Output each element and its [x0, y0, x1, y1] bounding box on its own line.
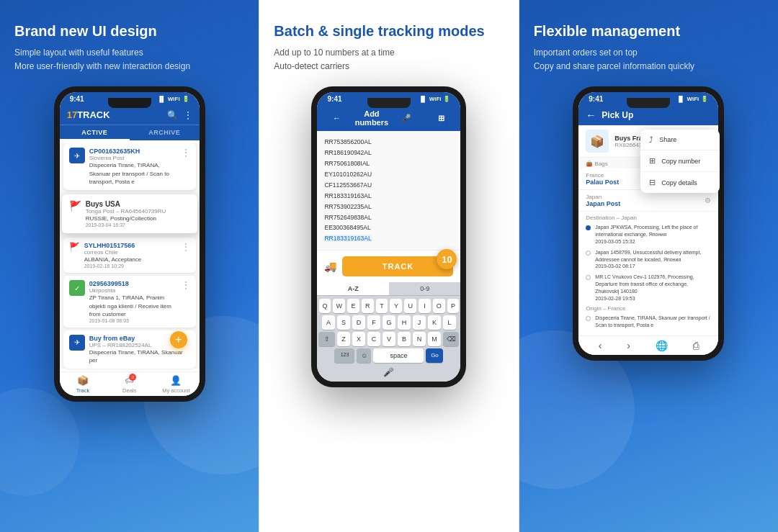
phone-1-screen: 9:41 ▐▌ WiFi 🔋 17TRACK 🔍 ⋮ ACTIV	[60, 92, 200, 396]
panel2-title: Batch & single tracking modes	[274, 22, 504, 40]
item-content-1: CP001632635KH Slovenia Post Dispeceria T…	[89, 148, 177, 186]
timeline-item-1: Japan JPKWSA, Processing, Left the place…	[586, 224, 711, 245]
menu-share[interactable]: ⤴ Share	[640, 130, 720, 150]
item-icon-1: ✈	[69, 148, 85, 163]
key-V[interactable]: V	[383, 332, 395, 346]
menu-copy-number[interactable]: ⊞ Copy number	[640, 150, 720, 172]
key-Q[interactable]: Q	[319, 299, 331, 313]
item-menu-icon-1[interactable]: ⋮	[182, 148, 190, 158]
key-go[interactable]: Go	[426, 348, 443, 363]
key-P[interactable]: P	[447, 299, 460, 313]
scan-icon[interactable]: ⊞	[429, 114, 453, 123]
key-Z[interactable]: Z	[337, 332, 350, 346]
mic-icon[interactable]: 🎤	[383, 367, 394, 377]
key-B[interactable]: B	[398, 332, 411, 346]
key-shift[interactable]: ⇧	[318, 332, 335, 346]
key-A[interactable]: A	[322, 315, 335, 330]
carrier-japan[interactable]: Japan Japan Post ⚙	[578, 190, 718, 212]
tab-archive[interactable]: ARCHIVE	[130, 125, 200, 140]
kb-tab-09[interactable]: 0-9	[389, 282, 461, 295]
key-T[interactable]: T	[376, 299, 388, 313]
tracking-item-5[interactable]: ✈ Buy from eBay UPS – RR188202524AL Disp…	[63, 330, 196, 369]
back-arrow-icon[interactable]: ←	[324, 114, 349, 122]
share-btn[interactable]: ⎙	[693, 340, 699, 351]
key-H[interactable]: H	[398, 315, 411, 330]
add-fab-button[interactable]: +	[170, 331, 187, 348]
key-R[interactable]: R	[362, 299, 374, 313]
tracking-item-1[interactable]: ✈ CP001632635KH Slovenia Post Dispeceria…	[63, 143, 196, 190]
kb-row-2: A S D F G H J K L	[318, 315, 459, 330]
translate-icon[interactable]: 🌐	[656, 340, 668, 351]
nav-forward-btn[interactable]: ›	[627, 340, 630, 351]
kb-tab-az[interactable]: A-Z	[317, 282, 389, 295]
bags-icon: 👜	[586, 161, 593, 167]
key-N[interactable]: N	[413, 332, 426, 346]
key-S[interactable]: S	[337, 315, 350, 330]
dot-3	[586, 275, 591, 280]
key-U[interactable]: U	[404, 299, 416, 313]
item-icon-4: ✓	[69, 280, 85, 296]
kb-row-3: ⇧ Z X C V B N M ⌫	[318, 332, 459, 346]
timeline-item-2: Japan 1458799, Unsuccessful delivery att…	[586, 249, 711, 270]
key-X[interactable]: X	[352, 332, 365, 346]
item-menu-icon-3[interactable]: ⋮	[182, 242, 190, 252]
account-icon: 👤	[170, 375, 182, 386]
highlighted-number: RR183319163AL	[324, 235, 371, 242]
nav-deals[interactable]: 🏷 2 Deals	[106, 375, 153, 394]
panel1-title: Brand new UI design	[14, 22, 244, 40]
key-D[interactable]: D	[352, 315, 365, 330]
mic-header-icon[interactable]: 🎤	[394, 114, 419, 123]
flag-icon-2: 🚩	[69, 200, 81, 212]
phone-1: 9:41 ▐▌ WiFi 🔋 17TRACK 🔍 ⋮ ACTIV	[54, 86, 205, 402]
key-F[interactable]: F	[367, 315, 380, 330]
key-K[interactable]: K	[428, 315, 441, 330]
panel2-subtitle: Add up to 10 numbers at a time Auto-dete…	[274, 46, 504, 73]
tab-active[interactable]: ACTIVE	[60, 125, 130, 140]
status-icons-1: ▐▌ WiFi 🔋	[158, 96, 189, 102]
tracking-item-3[interactable]: 🚩 SYLHH01517566 correos Chile ALBANIA, A…	[63, 238, 196, 273]
item-content-2: Buys USA Tonga Post – RA645640739RU RUSS…	[86, 200, 190, 227]
key-J[interactable]: J	[413, 315, 426, 330]
pickup-header: ← Pick Up	[578, 105, 718, 125]
count-badge: 10	[437, 249, 457, 269]
tracking-item-2-highlighted[interactable]: 🚩 Buys USA Tonga Post – RA645640739RU RU…	[62, 194, 197, 233]
key-emoji[interactable]: ☺	[357, 348, 371, 363]
key-C[interactable]: C	[367, 332, 380, 346]
panel-3: Flexible management Important orders set…	[519, 0, 778, 532]
nav-account[interactable]: 👤 My account	[153, 375, 200, 394]
carrier-france-info: France Palau Post	[586, 172, 619, 186]
key-E[interactable]: E	[347, 299, 359, 313]
phone-2-screen: 9:41 ▐▌ WiFi 🔋 ← Add numbers 🎤 ⊞ RR75385…	[317, 92, 460, 382]
flag-icon-3: 🚩	[69, 242, 80, 252]
track-icon: 📦	[77, 375, 89, 386]
numbers-input-area[interactable]: RR753856200AL RR186190942AL RR75061808IA…	[317, 131, 460, 251]
tabs-bar: ACTIVE ARCHIVE	[60, 125, 200, 140]
nav-track[interactable]: 📦 Track	[60, 375, 107, 394]
nav-back-btn[interactable]: ‹	[599, 340, 602, 351]
key-W[interactable]: W	[333, 299, 345, 313]
panel-1: Brand new UI design Simple layout with u…	[0, 0, 259, 532]
app-header-1: 17TRACK 🔍 ⋮	[60, 105, 200, 125]
key-Y[interactable]: Y	[390, 299, 402, 313]
kb-mic-row: 🎤	[318, 365, 459, 379]
status-icons-3: ▐▌ WiFi 🔋	[676, 96, 708, 102]
menu-copy-details[interactable]: ⊟ Copy details	[640, 172, 720, 193]
tracking-item-4[interactable]: ✓ 02956399518 Ukrposhta ZP Tirana 1, TIR…	[63, 276, 196, 328]
timeline-section: Destination – Japan Japan JPKWSA, Proces…	[578, 212, 718, 335]
key-I[interactable]: I	[419, 299, 431, 313]
key-O[interactable]: O	[433, 299, 445, 313]
settings-icon-japan[interactable]: ⚙	[705, 197, 711, 204]
share-icon: ⤴	[649, 135, 653, 144]
origin-item: Dispeceria Tirane, TIRANA, Skanuar per t…	[586, 315, 711, 329]
key-M[interactable]: M	[428, 332, 441, 346]
key-L[interactable]: L	[443, 315, 456, 330]
item-menu-icon-4[interactable]: ⋮	[182, 280, 190, 290]
back-arrow-icon-3[interactable]: ←	[586, 109, 596, 121]
key-space[interactable]: space	[373, 348, 424, 363]
panel3-title: Flexible management	[534, 22, 764, 40]
key-G[interactable]: G	[383, 315, 395, 330]
key-delete[interactable]: ⌫	[443, 332, 460, 346]
key-123[interactable]: 123	[334, 348, 354, 363]
menu-icon[interactable]: ⋮	[184, 110, 192, 120]
search-icon[interactable]: 🔍	[167, 110, 178, 120]
